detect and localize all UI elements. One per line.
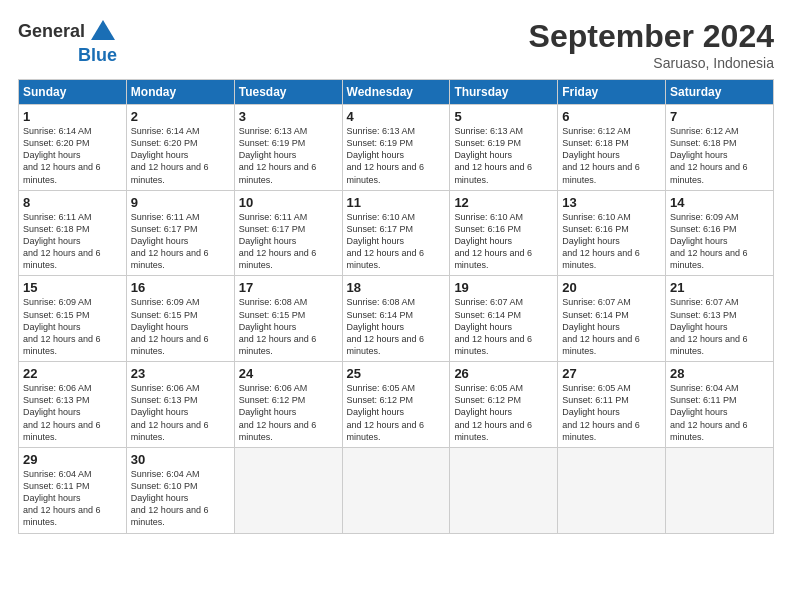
cell-info: Sunrise: 6:05 AM Sunset: 6:12 PM Dayligh… bbox=[347, 382, 446, 443]
cell-info: Sunrise: 6:13 AM Sunset: 6:19 PM Dayligh… bbox=[239, 125, 338, 186]
table-row: 22 Sunrise: 6:06 AM Sunset: 6:13 PM Dayl… bbox=[19, 362, 127, 448]
cell-info: Sunrise: 6:04 AM Sunset: 6:10 PM Dayligh… bbox=[131, 468, 230, 529]
calendar-week-row: 1 Sunrise: 6:14 AM Sunset: 6:20 PM Dayli… bbox=[19, 105, 774, 191]
table-row: 12 Sunrise: 6:10 AM Sunset: 6:16 PM Dayl… bbox=[450, 190, 558, 276]
table-row: 18 Sunrise: 6:08 AM Sunset: 6:14 PM Dayl… bbox=[342, 276, 450, 362]
cell-day-number: 18 bbox=[347, 280, 446, 295]
header: General Blue September 2024 Saruaso, Ind… bbox=[18, 18, 774, 71]
cell-info: Sunrise: 6:07 AM Sunset: 6:14 PM Dayligh… bbox=[562, 296, 661, 357]
cell-day-number: 28 bbox=[670, 366, 769, 381]
table-row: 29 Sunrise: 6:04 AM Sunset: 6:11 PM Dayl… bbox=[19, 447, 127, 533]
table-row: 24 Sunrise: 6:06 AM Sunset: 6:12 PM Dayl… bbox=[234, 362, 342, 448]
cell-info: Sunrise: 6:14 AM Sunset: 6:20 PM Dayligh… bbox=[23, 125, 122, 186]
subtitle: Saruaso, Indonesia bbox=[529, 55, 774, 71]
cell-day-number: 30 bbox=[131, 452, 230, 467]
table-row: 3 Sunrise: 6:13 AM Sunset: 6:19 PM Dayli… bbox=[234, 105, 342, 191]
cell-day-number: 24 bbox=[239, 366, 338, 381]
calendar-week-row: 29 Sunrise: 6:04 AM Sunset: 6:11 PM Dayl… bbox=[19, 447, 774, 533]
calendar-week-row: 22 Sunrise: 6:06 AM Sunset: 6:13 PM Dayl… bbox=[19, 362, 774, 448]
cell-day-number: 4 bbox=[347, 109, 446, 124]
table-row: 20 Sunrise: 6:07 AM Sunset: 6:14 PM Dayl… bbox=[558, 276, 666, 362]
cell-info: Sunrise: 6:13 AM Sunset: 6:19 PM Dayligh… bbox=[454, 125, 553, 186]
logo-text-blue: Blue bbox=[78, 46, 117, 66]
table-row: 27 Sunrise: 6:05 AM Sunset: 6:11 PM Dayl… bbox=[558, 362, 666, 448]
table-row: 1 Sunrise: 6:14 AM Sunset: 6:20 PM Dayli… bbox=[19, 105, 127, 191]
cell-info: Sunrise: 6:14 AM Sunset: 6:20 PM Dayligh… bbox=[131, 125, 230, 186]
cell-day-number: 5 bbox=[454, 109, 553, 124]
svg-marker-0 bbox=[91, 20, 115, 40]
cell-day-number: 10 bbox=[239, 195, 338, 210]
header-thursday: Thursday bbox=[450, 80, 558, 105]
cell-info: Sunrise: 6:12 AM Sunset: 6:18 PM Dayligh… bbox=[562, 125, 661, 186]
logo-text-general: General bbox=[18, 22, 85, 42]
header-saturday: Saturday bbox=[666, 80, 774, 105]
cell-day-number: 22 bbox=[23, 366, 122, 381]
calendar-week-row: 15 Sunrise: 6:09 AM Sunset: 6:15 PM Dayl… bbox=[19, 276, 774, 362]
table-row: 16 Sunrise: 6:09 AM Sunset: 6:15 PM Dayl… bbox=[126, 276, 234, 362]
cell-day-number: 27 bbox=[562, 366, 661, 381]
cell-info: Sunrise: 6:11 AM Sunset: 6:17 PM Dayligh… bbox=[239, 211, 338, 272]
cell-day-number: 20 bbox=[562, 280, 661, 295]
table-row: 15 Sunrise: 6:09 AM Sunset: 6:15 PM Dayl… bbox=[19, 276, 127, 362]
cell-info: Sunrise: 6:10 AM Sunset: 6:16 PM Dayligh… bbox=[562, 211, 661, 272]
cell-day-number: 14 bbox=[670, 195, 769, 210]
month-title: September 2024 bbox=[529, 18, 774, 55]
table-row: 28 Sunrise: 6:04 AM Sunset: 6:11 PM Dayl… bbox=[666, 362, 774, 448]
table-row: 14 Sunrise: 6:09 AM Sunset: 6:16 PM Dayl… bbox=[666, 190, 774, 276]
table-row bbox=[450, 447, 558, 533]
table-row bbox=[234, 447, 342, 533]
cell-info: Sunrise: 6:10 AM Sunset: 6:16 PM Dayligh… bbox=[454, 211, 553, 272]
table-row: 8 Sunrise: 6:11 AM Sunset: 6:18 PM Dayli… bbox=[19, 190, 127, 276]
cell-info: Sunrise: 6:07 AM Sunset: 6:14 PM Dayligh… bbox=[454, 296, 553, 357]
cell-info: Sunrise: 6:09 AM Sunset: 6:15 PM Dayligh… bbox=[131, 296, 230, 357]
cell-info: Sunrise: 6:07 AM Sunset: 6:13 PM Dayligh… bbox=[670, 296, 769, 357]
cell-day-number: 16 bbox=[131, 280, 230, 295]
header-friday: Friday bbox=[558, 80, 666, 105]
cell-info: Sunrise: 6:09 AM Sunset: 6:16 PM Dayligh… bbox=[670, 211, 769, 272]
header-monday: Monday bbox=[126, 80, 234, 105]
table-row bbox=[342, 447, 450, 533]
cell-day-number: 2 bbox=[131, 109, 230, 124]
cell-day-number: 15 bbox=[23, 280, 122, 295]
cell-day-number: 19 bbox=[454, 280, 553, 295]
table-row: 30 Sunrise: 6:04 AM Sunset: 6:10 PM Dayl… bbox=[126, 447, 234, 533]
table-row bbox=[666, 447, 774, 533]
cell-info: Sunrise: 6:04 AM Sunset: 6:11 PM Dayligh… bbox=[23, 468, 122, 529]
cell-info: Sunrise: 6:04 AM Sunset: 6:11 PM Dayligh… bbox=[670, 382, 769, 443]
table-row: 21 Sunrise: 6:07 AM Sunset: 6:13 PM Dayl… bbox=[666, 276, 774, 362]
cell-info: Sunrise: 6:06 AM Sunset: 6:12 PM Dayligh… bbox=[239, 382, 338, 443]
table-row: 10 Sunrise: 6:11 AM Sunset: 6:17 PM Dayl… bbox=[234, 190, 342, 276]
table-row: 19 Sunrise: 6:07 AM Sunset: 6:14 PM Dayl… bbox=[450, 276, 558, 362]
cell-day-number: 8 bbox=[23, 195, 122, 210]
table-row: 17 Sunrise: 6:08 AM Sunset: 6:15 PM Dayl… bbox=[234, 276, 342, 362]
page: General Blue September 2024 Saruaso, Ind… bbox=[0, 0, 792, 612]
title-area: September 2024 Saruaso, Indonesia bbox=[529, 18, 774, 71]
cell-info: Sunrise: 6:11 AM Sunset: 6:18 PM Dayligh… bbox=[23, 211, 122, 272]
table-row: 13 Sunrise: 6:10 AM Sunset: 6:16 PM Dayl… bbox=[558, 190, 666, 276]
table-row: 2 Sunrise: 6:14 AM Sunset: 6:20 PM Dayli… bbox=[126, 105, 234, 191]
table-row: 9 Sunrise: 6:11 AM Sunset: 6:17 PM Dayli… bbox=[126, 190, 234, 276]
cell-day-number: 23 bbox=[131, 366, 230, 381]
cell-info: Sunrise: 6:08 AM Sunset: 6:14 PM Dayligh… bbox=[347, 296, 446, 357]
calendar-header-row: Sunday Monday Tuesday Wednesday Thursday… bbox=[19, 80, 774, 105]
cell-day-number: 3 bbox=[239, 109, 338, 124]
cell-day-number: 13 bbox=[562, 195, 661, 210]
cell-info: Sunrise: 6:06 AM Sunset: 6:13 PM Dayligh… bbox=[23, 382, 122, 443]
header-sunday: Sunday bbox=[19, 80, 127, 105]
cell-info: Sunrise: 6:06 AM Sunset: 6:13 PM Dayligh… bbox=[131, 382, 230, 443]
cell-day-number: 17 bbox=[239, 280, 338, 295]
header-wednesday: Wednesday bbox=[342, 80, 450, 105]
cell-day-number: 6 bbox=[562, 109, 661, 124]
cell-day-number: 26 bbox=[454, 366, 553, 381]
cell-info: Sunrise: 6:13 AM Sunset: 6:19 PM Dayligh… bbox=[347, 125, 446, 186]
cell-info: Sunrise: 6:09 AM Sunset: 6:15 PM Dayligh… bbox=[23, 296, 122, 357]
cell-info: Sunrise: 6:12 AM Sunset: 6:18 PM Dayligh… bbox=[670, 125, 769, 186]
calendar: Sunday Monday Tuesday Wednesday Thursday… bbox=[18, 79, 774, 534]
cell-info: Sunrise: 6:10 AM Sunset: 6:17 PM Dayligh… bbox=[347, 211, 446, 272]
table-row: 23 Sunrise: 6:06 AM Sunset: 6:13 PM Dayl… bbox=[126, 362, 234, 448]
cell-info: Sunrise: 6:05 AM Sunset: 6:11 PM Dayligh… bbox=[562, 382, 661, 443]
table-row: 5 Sunrise: 6:13 AM Sunset: 6:19 PM Dayli… bbox=[450, 105, 558, 191]
logo: General Blue bbox=[18, 18, 117, 66]
cell-info: Sunrise: 6:08 AM Sunset: 6:15 PM Dayligh… bbox=[239, 296, 338, 357]
cell-day-number: 25 bbox=[347, 366, 446, 381]
